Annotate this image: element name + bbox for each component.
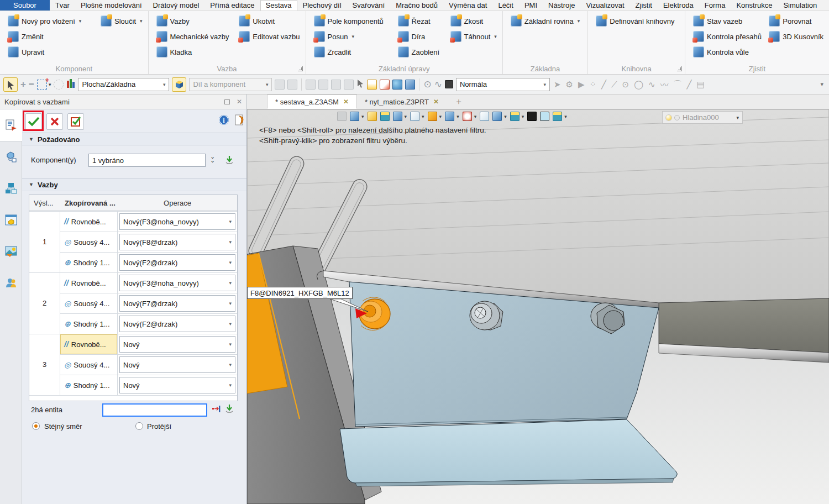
ribbon-button[interactable]: 3D Kusovník ▾ bbox=[765, 29, 827, 44]
mode-dropdown[interactable]: Normála ▾ bbox=[456, 78, 550, 91]
document-tab-sestava[interactable]: * sestava_a.Z3ASM ✕ bbox=[267, 95, 357, 109]
globe-icon[interactable] bbox=[392, 80, 402, 90]
ribbon-button[interactable]: Táhnout ▾ bbox=[447, 29, 500, 44]
ribbon-button[interactable]: Pole komponentů ▾ bbox=[311, 13, 395, 29]
ribbon-button[interactable]: Vazby ▾ bbox=[153, 13, 236, 29]
operation-dropdown[interactable]: Nový ▾ bbox=[119, 377, 235, 393]
column-header-operation[interactable]: Operace bbox=[118, 199, 237, 207]
menu-tab[interactable]: Elektroda bbox=[658, 0, 699, 11]
material-balls-icon[interactable] bbox=[510, 112, 520, 121]
section-required[interactable]: ▼ Požadováno bbox=[22, 133, 246, 146]
remove-icon[interactable]: − bbox=[29, 80, 34, 89]
operation-dropdown[interactable]: Nový(F3@noha_novyy) ▾ bbox=[119, 275, 235, 291]
menu-tab[interactable]: Simulation bbox=[778, 0, 822, 11]
same-direction-radio[interactable] bbox=[32, 422, 40, 430]
chevron-down-icon[interactable]: ▾ bbox=[564, 114, 567, 119]
menu-tab[interactable]: Svařování bbox=[347, 0, 391, 11]
new-tab-icon[interactable]: ＋ bbox=[454, 96, 463, 109]
menu-tab[interactable]: Plechový díl bbox=[297, 0, 347, 11]
ribbon-button[interactable]: Definování knihovny ▾ bbox=[592, 13, 678, 29]
ribbon-button[interactable]: Zrcadlit ▾ bbox=[311, 44, 395, 60]
column-header-result[interactable]: Výsl... bbox=[29, 199, 60, 207]
menu-tab[interactable]: Zjistit bbox=[630, 0, 658, 11]
close-tab-icon[interactable]: ✕ bbox=[343, 98, 349, 106]
chevron-down-icon[interactable]: ▾ bbox=[439, 114, 442, 119]
menu-tab[interactable]: PMI bbox=[519, 0, 543, 11]
gear-icon[interactable] bbox=[405, 80, 415, 90]
toolbar-overflow-chevron-icon[interactable]: ▾ bbox=[820, 81, 826, 88]
operation-dropdown[interactable]: Nový(F3@noha_novyy) ▾ bbox=[119, 213, 235, 230]
render-icon[interactable] bbox=[0, 235, 22, 267]
ribbon-button[interactable]: Porovnat ▾ bbox=[765, 13, 827, 29]
operation-dropdown[interactable]: Nový(F2@drzak) ▾ bbox=[119, 316, 235, 332]
component-input[interactable]: 1 vybráno bbox=[88, 154, 206, 167]
operation-dropdown[interactable]: Nový(F8@drzak) ▾ bbox=[119, 234, 235, 250]
close-tab-icon[interactable]: ✕ bbox=[433, 98, 439, 106]
pick-region-icon[interactable]: + bbox=[37, 80, 47, 90]
ribbon-button[interactable]: Zaoblení ▾ bbox=[395, 44, 447, 60]
column-header-copied[interactable]: Zkopírovaná ... bbox=[60, 199, 118, 207]
ribbon-button[interactable]: Kontrola přesahů ▾ bbox=[690, 29, 765, 44]
section-hex-icon[interactable] bbox=[428, 112, 437, 121]
assembly-icon[interactable] bbox=[0, 141, 22, 172]
chevron-down-icon[interactable]: ▾ bbox=[361, 114, 364, 119]
operation-dropdown[interactable]: Nový(F2@drzak) ▾ bbox=[119, 254, 235, 271]
swatch-icon[interactable] bbox=[445, 80, 453, 88]
menu-tab[interactable]: Nástroje bbox=[543, 0, 580, 11]
chevron-down-icon[interactable]: ▾ bbox=[405, 114, 407, 119]
doc-icon[interactable] bbox=[380, 80, 390, 90]
menu-tab[interactable]: Tvar bbox=[50, 0, 75, 11]
manager-icon[interactable] bbox=[0, 109, 22, 141]
chevron-down-icon[interactable]: ▾ bbox=[422, 114, 424, 119]
ribbon-button[interactable]: Kladka ▾ bbox=[153, 44, 236, 60]
menu-tab[interactable]: Forma bbox=[699, 0, 731, 11]
ribbon-button[interactable]: Mechanické vazby ▾ bbox=[153, 29, 236, 44]
ribbon-button[interactable]: Sloučit ▾ bbox=[97, 13, 146, 29]
pick-arrow-icon[interactable] bbox=[356, 79, 364, 90]
ribbon-button[interactable]: Díra ▾ bbox=[395, 29, 447, 44]
operation-dropdown[interactable]: Nový(F7@drzak) ▾ bbox=[119, 295, 235, 312]
menu-tab[interactable]: Přímá editace bbox=[204, 0, 260, 11]
constraint-cell[interactable]: ⊕ Shodný 1... bbox=[60, 375, 118, 395]
apply-button[interactable] bbox=[67, 113, 84, 130]
chevron-down-icon[interactable]: ▾ bbox=[504, 114, 507, 119]
ribbon-button[interactable]: Kontrola vůle ▾ bbox=[690, 44, 765, 60]
chevron-down-icon[interactable]: ▾ bbox=[457, 114, 459, 119]
chevron-down-icon[interactable]: ▾ bbox=[522, 114, 524, 119]
ribbon-button[interactable]: Posun ▾ bbox=[311, 29, 395, 44]
constraint-cell[interactable]: ◎ Souosý 4... bbox=[60, 232, 118, 252]
constraint-cell[interactable]: ◎ Souosý 4... bbox=[60, 293, 118, 313]
section-constraints[interactable]: ▼ Vazby bbox=[22, 178, 246, 191]
constraint-cell[interactable]: // Rovnobě... bbox=[60, 211, 118, 232]
menu-tab[interactable]: Soubor bbox=[0, 0, 50, 11]
operation-dropdown[interactable]: Nový ▾ bbox=[119, 356, 235, 373]
frame-icon[interactable] bbox=[480, 112, 489, 121]
pick-from-list-icon[interactable] bbox=[224, 403, 234, 415]
panel-close-icon[interactable]: ✕ bbox=[237, 98, 242, 106]
ribbon-button[interactable]: Stav vazeb ▾ bbox=[690, 13, 765, 29]
part-component-icon[interactable] bbox=[172, 77, 186, 92]
constraint-cell[interactable]: ◎ Souosý 4... bbox=[60, 354, 118, 375]
constraint-cell[interactable]: ⊕ Shodný 1... bbox=[60, 313, 118, 334]
second-entity-input[interactable] bbox=[102, 403, 207, 417]
menu-tab[interactable]: Léčit bbox=[492, 0, 518, 11]
ribbon-button[interactable]: Zkosit ▾ bbox=[447, 13, 500, 29]
target-icon[interactable] bbox=[463, 112, 472, 121]
layers-icon[interactable] bbox=[553, 112, 562, 121]
swap-entity-icon[interactable] bbox=[212, 405, 221, 415]
constraint-cell[interactable]: // Rovnobě... bbox=[60, 334, 118, 354]
list-icon[interactable] bbox=[367, 80, 377, 90]
preview-doc-icon[interactable] bbox=[445, 112, 454, 121]
chevron-down-icon[interactable]: ▾ bbox=[474, 114, 477, 119]
filter-icon[interactable] bbox=[66, 78, 75, 91]
constraint-cell[interactable]: // Rovnobě... bbox=[60, 272, 118, 293]
ribbon-button[interactable]: Řezat ▾ bbox=[395, 13, 447, 29]
info-button[interactable]: i bbox=[217, 113, 230, 127]
menu-tab[interactable]: Drátový model bbox=[148, 0, 205, 11]
select-cursor-icon[interactable] bbox=[3, 77, 18, 92]
3d-canvas[interactable] bbox=[247, 109, 829, 504]
hierarchy-icon[interactable] bbox=[0, 172, 22, 204]
pick-from-list-icon[interactable] bbox=[224, 155, 234, 166]
expand-chevrons-icon[interactable]: ⌄⌄ bbox=[210, 155, 215, 162]
visual-manager-icon[interactable] bbox=[0, 204, 22, 235]
